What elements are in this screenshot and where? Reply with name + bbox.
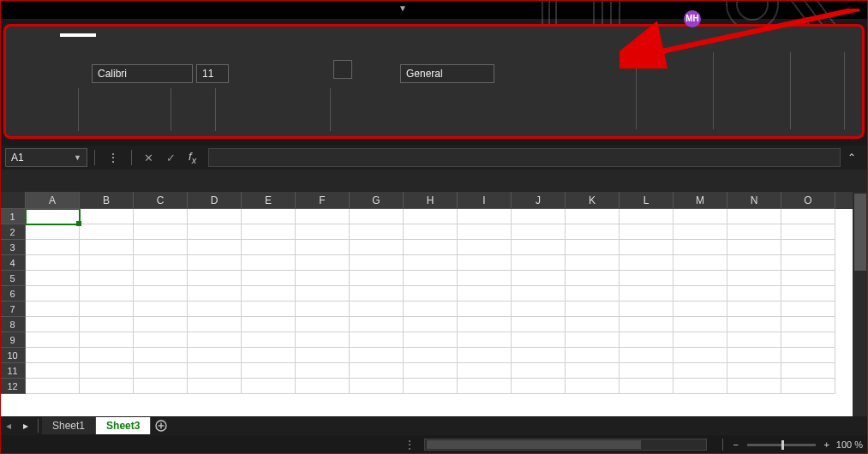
cell[interactable] bbox=[80, 302, 134, 317]
cell[interactable] bbox=[296, 317, 350, 332]
cell[interactable] bbox=[134, 286, 188, 302]
cell[interactable] bbox=[781, 224, 835, 240]
cell[interactable] bbox=[781, 379, 835, 394]
cell[interactable] bbox=[404, 255, 458, 271]
row-header[interactable]: 3 bbox=[0, 240, 26, 255]
column-header[interactable]: E bbox=[242, 192, 296, 209]
cell[interactable] bbox=[404, 286, 458, 302]
cell[interactable] bbox=[781, 286, 835, 302]
cell[interactable] bbox=[620, 209, 673, 224]
cell[interactable] bbox=[242, 348, 296, 363]
zoom-slider-knob[interactable] bbox=[781, 440, 784, 450]
cell[interactable] bbox=[188, 255, 242, 271]
cell[interactable] bbox=[727, 271, 781, 286]
cell[interactable] bbox=[296, 363, 350, 379]
column-header[interactable]: A bbox=[26, 192, 80, 209]
cell[interactable] bbox=[188, 209, 242, 224]
select-all-corner[interactable] bbox=[0, 192, 26, 209]
cell[interactable] bbox=[673, 317, 727, 332]
cell[interactable] bbox=[350, 240, 404, 255]
vertical-scrollbar[interactable] bbox=[853, 192, 868, 416]
cell[interactable] bbox=[242, 332, 296, 348]
cell[interactable] bbox=[673, 363, 727, 379]
cell[interactable] bbox=[404, 224, 458, 240]
cell[interactable] bbox=[727, 348, 781, 363]
cell[interactable] bbox=[188, 286, 242, 302]
cell[interactable] bbox=[673, 379, 727, 394]
cell[interactable] bbox=[296, 271, 350, 286]
cancel-formula-button[interactable]: ✕ bbox=[139, 152, 158, 164]
column-header[interactable]: O bbox=[781, 192, 835, 209]
name-box[interactable]: A1 ▼ bbox=[5, 148, 87, 167]
cell[interactable] bbox=[350, 209, 404, 224]
cell[interactable] bbox=[512, 379, 566, 394]
cell[interactable] bbox=[620, 348, 673, 363]
cell[interactable] bbox=[458, 271, 512, 286]
cell[interactable] bbox=[620, 317, 673, 332]
cell[interactable] bbox=[134, 255, 188, 271]
cell[interactable] bbox=[781, 255, 835, 271]
cell[interactable] bbox=[404, 240, 458, 255]
cell[interactable] bbox=[26, 240, 80, 255]
cell[interactable] bbox=[512, 271, 566, 286]
cell[interactable] bbox=[296, 224, 350, 240]
cell[interactable] bbox=[512, 348, 566, 363]
cell[interactable] bbox=[242, 379, 296, 394]
row-header[interactable]: 4 bbox=[0, 255, 26, 271]
cell[interactable] bbox=[134, 332, 188, 348]
row-header[interactable]: 7 bbox=[0, 302, 26, 317]
cell[interactable] bbox=[673, 240, 727, 255]
cell[interactable] bbox=[350, 271, 404, 286]
cell[interactable] bbox=[566, 302, 620, 317]
font-size-selector[interactable]: 11 bbox=[196, 64, 229, 83]
cell[interactable] bbox=[620, 271, 673, 286]
cell[interactable] bbox=[188, 379, 242, 394]
cell[interactable] bbox=[673, 224, 727, 240]
cell[interactable] bbox=[727, 317, 781, 332]
cell[interactable] bbox=[350, 286, 404, 302]
row-header[interactable]: 6 bbox=[0, 286, 26, 302]
column-header[interactable]: N bbox=[727, 192, 781, 209]
cell[interactable] bbox=[458, 379, 512, 394]
row-header[interactable]: 10 bbox=[0, 348, 26, 363]
insert-function-button[interactable]: fx bbox=[183, 150, 201, 165]
column-header[interactable]: K bbox=[566, 192, 620, 209]
cell[interactable] bbox=[620, 224, 673, 240]
cell[interactable] bbox=[673, 302, 727, 317]
cell[interactable] bbox=[404, 302, 458, 317]
expand-formula-bar-icon[interactable]: ⌃ bbox=[844, 152, 859, 164]
cell[interactable] bbox=[566, 332, 620, 348]
cell[interactable] bbox=[566, 379, 620, 394]
cell[interactable] bbox=[727, 302, 781, 317]
column-header[interactable]: G bbox=[350, 192, 404, 209]
cell[interactable] bbox=[512, 332, 566, 348]
sheet-tab[interactable]: Sheet3 bbox=[96, 417, 151, 434]
cell[interactable] bbox=[458, 348, 512, 363]
cell[interactable] bbox=[673, 332, 727, 348]
cell[interactable] bbox=[404, 348, 458, 363]
cell[interactable] bbox=[458, 209, 512, 224]
cell[interactable] bbox=[566, 348, 620, 363]
row-header[interactable]: 9 bbox=[0, 332, 26, 348]
cell[interactable] bbox=[727, 332, 781, 348]
cell[interactable] bbox=[26, 271, 80, 286]
cell[interactable] bbox=[242, 240, 296, 255]
scrollbar-thumb[interactable] bbox=[854, 194, 866, 271]
row-header[interactable]: 11 bbox=[0, 363, 26, 379]
cell[interactable] bbox=[296, 379, 350, 394]
zoom-out-button[interactable]: − bbox=[730, 439, 742, 450]
cell[interactable] bbox=[673, 209, 727, 224]
scrollbar-thumb[interactable] bbox=[427, 440, 641, 449]
cell[interactable] bbox=[26, 363, 80, 379]
row-header[interactable]: 5 bbox=[0, 271, 26, 286]
cell[interactable] bbox=[512, 286, 566, 302]
cell[interactable] bbox=[134, 363, 188, 379]
cell[interactable] bbox=[566, 255, 620, 271]
cell[interactable] bbox=[188, 317, 242, 332]
cell[interactable] bbox=[512, 209, 566, 224]
cell[interactable] bbox=[26, 332, 80, 348]
cell[interactable] bbox=[296, 209, 350, 224]
column-header[interactable]: F bbox=[296, 192, 350, 209]
cell[interactable] bbox=[512, 224, 566, 240]
cell[interactable] bbox=[727, 255, 781, 271]
